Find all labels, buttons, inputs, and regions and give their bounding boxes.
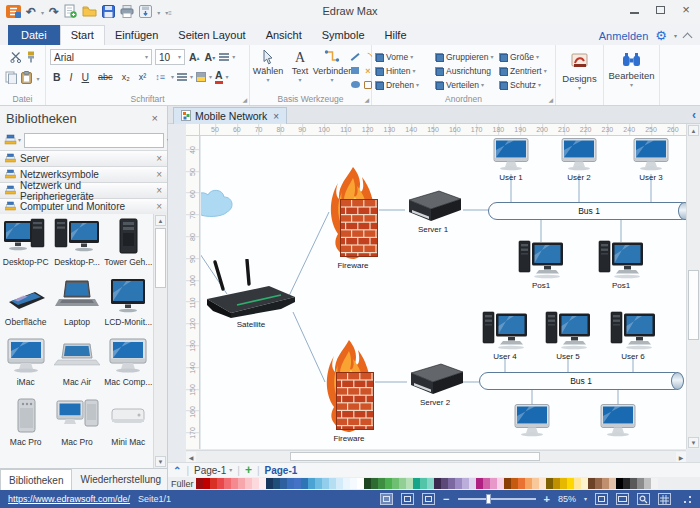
fill-color-swatch[interactable]	[266, 478, 273, 489]
library-symbol-mac-pro[interactable]: Mac Pro	[51, 394, 102, 454]
library-symbol-desktop-pc[interactable]: Desktop-PC	[0, 214, 51, 274]
panel-tab-bibliotheken[interactable]: Bibliotheken	[0, 469, 72, 490]
zoom-slider-thumb[interactable]	[486, 494, 491, 504]
fill-color-swatch[interactable]	[224, 478, 231, 489]
fill-color-swatch[interactable]	[413, 478, 420, 489]
fill-color-swatch[interactable]	[287, 478, 294, 489]
page-tab[interactable]: Page-1	[265, 465, 298, 476]
fill-color-swatch[interactable]	[259, 478, 266, 489]
diagram-node-fireware[interactable]: Fireware	[321, 339, 377, 444]
fill-color-swatch[interactable]	[322, 478, 329, 489]
fill-color-swatch[interactable]	[238, 478, 245, 489]
grid-icon[interactable]	[658, 493, 671, 505]
diagram-node-pos1[interactable]: Pos1	[598, 240, 644, 291]
scroll-down-icon[interactable]: ▼	[155, 456, 166, 467]
fill-color-swatch[interactable]	[504, 478, 511, 489]
normal-view-icon[interactable]	[380, 493, 393, 505]
line-spacing-icon[interactable]: ↕≡	[152, 71, 168, 83]
collapse-ribbon-icon[interactable]	[683, 32, 693, 42]
library-symbol-imac[interactable]: iMac	[0, 334, 51, 394]
diagram-node-user-6[interactable]: User 6	[610, 311, 656, 362]
scroll-left-icon[interactable]: ◀	[186, 452, 196, 462]
close-section-icon[interactable]: ×	[156, 201, 162, 212]
grow-font-button[interactable]: A▴	[188, 51, 201, 63]
drawing-canvas[interactable]: SatelliteFirewareServer 1Bus 1User 1User…	[200, 136, 686, 449]
font-size-select[interactable]: 10▾	[155, 49, 185, 65]
library-symbol-mac-air[interactable]: Mac Air	[51, 334, 102, 394]
arrange-button-vorne[interactable]: Vorne ▾	[372, 50, 432, 64]
fit-page-icon[interactable]	[595, 493, 608, 505]
diagram-node-fireware[interactable]: Fireware	[325, 166, 381, 271]
font-color-icon[interactable]: A	[215, 70, 223, 84]
horizontal-scrollbar[interactable]: ◀ ▶	[186, 450, 686, 462]
library-symbol-laptop[interactable]: Laptop	[51, 274, 102, 334]
fill-color-swatch[interactable]	[490, 478, 497, 489]
bearbeiten-button[interactable]: Bearbeiten ▾	[604, 45, 659, 105]
fill-color-swatch[interactable]	[623, 478, 630, 489]
collapse-pagebar-icon[interactable]: ⌃	[173, 465, 181, 476]
tab-hilfe[interactable]: Hilfe	[375, 25, 417, 45]
fill-color-swatch[interactable]	[483, 478, 490, 489]
fill-color-swatch[interactable]	[196, 478, 203, 489]
dialog-launcher-icon[interactable]: ◢	[548, 96, 553, 103]
presentation-view-icon[interactable]	[422, 493, 435, 505]
strikethrough-button[interactable]: abc	[95, 71, 116, 83]
diagram-node-imac[interactable]	[514, 404, 550, 438]
library-symbol-partial[interactable]	[0, 454, 51, 468]
fill-color-swatch[interactable]	[546, 478, 553, 489]
fill-color-swatch[interactable]	[511, 478, 518, 489]
fill-color-swatch[interactable]	[525, 478, 532, 489]
fill-color-swatch[interactable]	[434, 478, 441, 489]
tab-start[interactable]: Start	[60, 25, 105, 45]
scroll-up-icon[interactable]: ▲	[155, 215, 166, 226]
library-symbol-partial[interactable]	[103, 454, 154, 468]
tab-symbole[interactable]: Symbole	[312, 25, 375, 45]
font-family-select[interactable]: Arial▾	[50, 49, 152, 65]
fill-color-swatch[interactable]	[217, 478, 224, 489]
add-page-button[interactable]: +	[245, 463, 252, 477]
library-section-netzwerk-und-peripherieger-te[interactable]: Netzwerk und Peripheriegeräte ×	[0, 183, 167, 199]
website-link[interactable]: https://www.edrawsoft.com/de/	[8, 494, 130, 504]
arrange-button-schutz[interactable]: Schutz ▾	[496, 78, 552, 92]
diagram-node-pos1[interactable]: Pos1	[518, 240, 564, 291]
scroll-up-icon[interactable]: ▲	[688, 125, 699, 136]
fill-color-swatch[interactable]	[301, 478, 308, 489]
fill-color-swatch[interactable]	[280, 478, 287, 489]
zoom-out-button[interactable]: −	[443, 494, 449, 505]
fill-color-swatch[interactable]	[553, 478, 560, 489]
close-section-icon[interactable]: ×	[156, 169, 162, 180]
arrange-button-gr-e[interactable]: Größe ▾	[496, 50, 552, 64]
scrollbar-thumb[interactable]	[155, 228, 166, 288]
fill-color-swatch[interactable]	[294, 478, 301, 489]
diagram-node-server-2[interactable]: Server 2	[405, 361, 465, 408]
underline-button[interactable]: U	[79, 70, 93, 84]
fill-color-swatch[interactable]	[476, 478, 483, 489]
fill-color-swatch[interactable]	[329, 478, 336, 489]
fill-color-swatch[interactable]	[420, 478, 427, 489]
dialog-launcher-icon[interactable]: ◢	[364, 96, 369, 103]
vertical-scrollbar[interactable]: ▲ ▼	[686, 124, 700, 449]
library-symbol-mini-mac[interactable]: Mini Mac	[103, 394, 154, 454]
fill-color-swatch[interactable]	[231, 478, 238, 489]
scrollbar-thumb[interactable]	[688, 270, 699, 340]
fill-color-swatch[interactable]	[392, 478, 399, 489]
panel-tab-wiederherstellung[interactable]: Wiederherstellung	[72, 471, 170, 488]
close-section-icon[interactable]: ×	[156, 153, 162, 164]
fill-color-swatch[interactable]	[371, 478, 378, 489]
superscript-button[interactable]: x²	[136, 71, 150, 83]
fill-color-swatch[interactable]	[595, 478, 602, 489]
fill-color-swatch[interactable]	[273, 478, 280, 489]
library-section-server[interactable]: Server ×	[0, 151, 167, 167]
arrange-button-drehen[interactable]: Drehen ▾	[372, 78, 432, 92]
ellipse-tool-icon[interactable]	[349, 78, 361, 91]
arrange-button-gruppieren[interactable]: Gruppieren ▾	[432, 50, 496, 64]
fit-width-icon[interactable]	[616, 493, 629, 505]
paste-icon[interactable]	[20, 71, 33, 86]
scroll-down-icon[interactable]: ▼	[688, 437, 699, 448]
align-dropdown-icon[interactable]: ▾	[232, 54, 235, 60]
fill-color-swatch[interactable]	[399, 478, 406, 489]
fill-color-swatch[interactable]	[252, 478, 259, 489]
fill-color-swatch[interactable]	[315, 478, 322, 489]
designs-button[interactable]: Designs ▾	[556, 45, 603, 105]
zoom-in-button[interactable]: +	[544, 494, 550, 505]
